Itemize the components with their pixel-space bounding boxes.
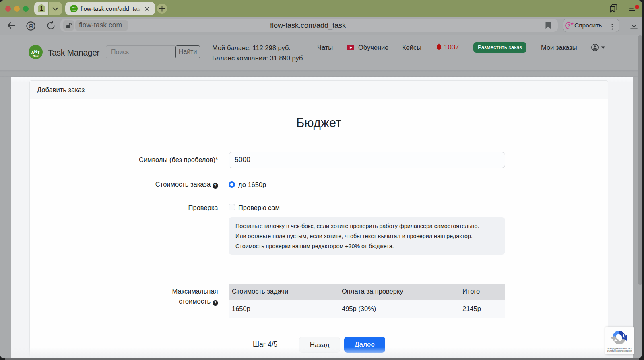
svg-text:Я: Я [29,23,33,29]
svg-text:T: T [37,50,40,55]
svg-text:1: 1 [40,5,43,12]
svg-text:?: ? [568,23,570,28]
svg-text:TEAM: TEAM [33,55,39,57]
svg-text:ANT: ANT [72,7,76,9]
svg-text:TEAM: TEAM [72,10,76,11]
